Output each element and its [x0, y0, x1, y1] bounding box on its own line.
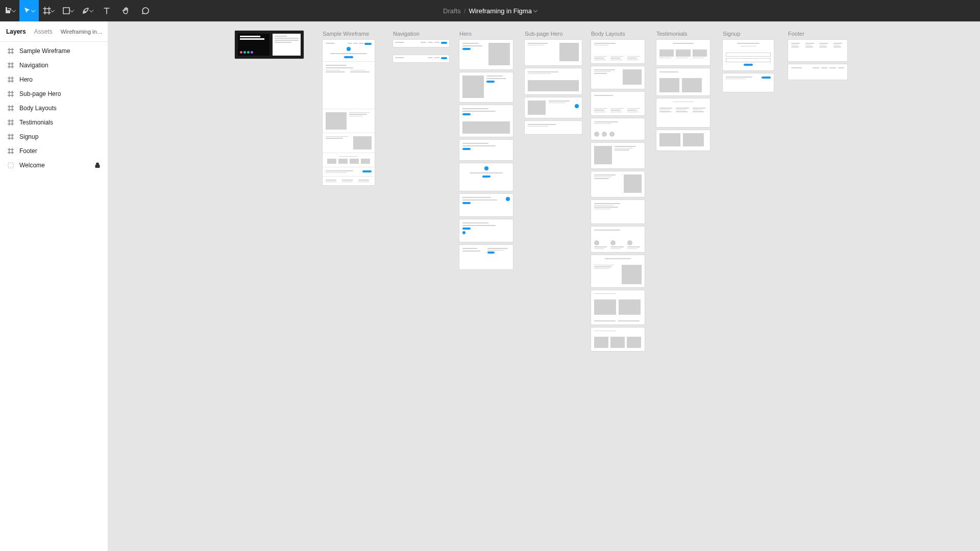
artboard[interactable]: [591, 290, 645, 324]
artboard[interactable]: [656, 40, 710, 65]
lock-icon: [94, 162, 101, 168]
artboard[interactable]: [591, 171, 645, 197]
layer-row-body-layouts[interactable]: Body Layouts: [0, 101, 108, 115]
layer-label: Sample Wireframe: [19, 47, 70, 55]
frame-label[interactable]: Hero: [459, 31, 513, 37]
breadcrumb[interactable]: Drafts / Wireframing in Figma: [443, 7, 537, 15]
layer-row-signup[interactable]: Signup: [0, 130, 108, 144]
artboard[interactable]: [723, 40, 774, 70]
artboard[interactable]: [591, 92, 645, 115]
frame-icon: [7, 90, 14, 97]
text-tool[interactable]: [97, 0, 116, 21]
layer-row-testimonials[interactable]: Testimonials: [0, 115, 108, 130]
frame-icon: [7, 76, 14, 83]
layer-label: Welcome: [19, 162, 45, 169]
layer-row-navigation[interactable]: Navigation: [0, 58, 108, 72]
artboard[interactable]: [591, 200, 645, 223]
artboard[interactable]: [525, 121, 582, 134]
artboard[interactable]: [459, 219, 513, 242]
frame-icon: [7, 47, 14, 55]
layer-label: Body Layouts: [19, 105, 57, 112]
layer-row-sub-page-hero[interactable]: Sub-page Hero: [0, 87, 108, 101]
artboard[interactable]: [591, 40, 645, 63]
page-selector[interactable]: Wireframing in…: [61, 29, 102, 35]
artboard[interactable]: [591, 66, 645, 89]
chevron-down-icon: [533, 8, 537, 12]
move-tool[interactable]: [19, 0, 39, 21]
artboard[interactable]: [459, 140, 513, 160]
artboard[interactable]: [393, 55, 449, 62]
layer-label: Footer: [19, 147, 37, 155]
artboard[interactable]: [459, 163, 513, 191]
artboard[interactable]: [723, 73, 774, 92]
menu-button[interactable]: [0, 0, 19, 21]
file-name[interactable]: Wireframing in Figma: [469, 7, 532, 15]
artboard[interactable]: [591, 118, 645, 140]
frame-label[interactable]: Signup: [723, 31, 774, 37]
toolbar: Drafts / Wireframing in Figma: [0, 0, 980, 21]
layer-label: Testimonials: [19, 119, 53, 126]
artboard[interactable]: [591, 255, 645, 287]
layers-list: Sample WireframeNavigationHeroSub-page H…: [0, 42, 108, 174]
artboard[interactable]: [656, 130, 710, 151]
component-icon: [7, 162, 14, 169]
artboard[interactable]: [323, 40, 375, 185]
shape-tool[interactable]: [58, 0, 78, 21]
layer-row-sample-wireframe[interactable]: Sample Wireframe: [0, 44, 108, 58]
svg-rect-2: [8, 163, 13, 168]
frame-label[interactable]: Sample Wireframe: [323, 31, 375, 37]
artboard[interactable]: [788, 40, 847, 61]
frame-column-signup: Signup: [723, 31, 774, 92]
layer-row-hero[interactable]: Hero: [0, 72, 108, 87]
artboard[interactable]: [656, 68, 710, 95]
tab-layers[interactable]: Layers: [6, 28, 26, 35]
frame-label[interactable]: Body Layouts: [591, 31, 645, 37]
chevron-down-icon: [31, 8, 35, 12]
artboard[interactable]: [656, 98, 710, 127]
layer-label: Navigation: [19, 62, 48, 69]
pen-tool[interactable]: [78, 0, 97, 21]
artboard[interactable]: [591, 328, 645, 352]
frame-label[interactable]: Testimonials: [656, 31, 710, 37]
cover-thumbnail[interactable]: [235, 31, 304, 59]
artboard[interactable]: [591, 227, 645, 252]
canvas[interactable]: Sample WireframeNavigationHeroSub-page H…: [108, 21, 980, 551]
tab-assets[interactable]: Assets: [34, 28, 53, 35]
artboard[interactable]: [459, 245, 513, 269]
frame-column-nav: Navigation: [393, 31, 449, 62]
frame-column-body: Body Layouts: [591, 31, 645, 351]
frame-column-test: Testimonials: [656, 31, 710, 151]
svg-rect-0: [63, 8, 69, 14]
artboard[interactable]: [525, 97, 582, 118]
frame-label[interactable]: Sub-page Hero: [525, 31, 582, 37]
chevron-down-icon: [12, 8, 16, 12]
artboard[interactable]: [525, 40, 582, 65]
breadcrumb-parent[interactable]: Drafts: [443, 7, 461, 15]
frame-column-sub: Sub-page Hero: [525, 31, 582, 134]
layer-row-welcome[interactable]: Welcome: [0, 158, 108, 172]
layer-label: Signup: [19, 133, 38, 140]
frame-icon: [7, 119, 14, 126]
frame-column-sample: Sample Wireframe: [323, 31, 375, 185]
chevron-down-icon: [89, 8, 93, 12]
artboard[interactable]: [788, 64, 847, 80]
comment-tool[interactable]: [136, 0, 155, 21]
frame-icon: [7, 147, 14, 155]
frame-label[interactable]: Navigation: [393, 31, 449, 37]
artboard[interactable]: [459, 40, 513, 69]
artboard[interactable]: [525, 68, 582, 94]
artboard[interactable]: [459, 194, 513, 216]
artboard[interactable]: [459, 105, 513, 137]
layer-label: Sub-page Hero: [19, 90, 61, 97]
frame-column-thumb: [235, 31, 304, 59]
frame-label[interactable]: Footer: [788, 31, 847, 37]
artboard[interactable]: [591, 143, 645, 168]
left-panel: Layers Assets Wireframing in… Sample Wir…: [0, 21, 108, 551]
artboard[interactable]: [393, 40, 449, 47]
layer-label: Hero: [19, 76, 33, 83]
frame-column-hero: Hero: [459, 31, 513, 269]
artboard[interactable]: [459, 72, 513, 102]
frame-tool[interactable]: [39, 0, 58, 21]
hand-tool[interactable]: [116, 0, 136, 21]
layer-row-footer[interactable]: Footer: [0, 144, 108, 158]
